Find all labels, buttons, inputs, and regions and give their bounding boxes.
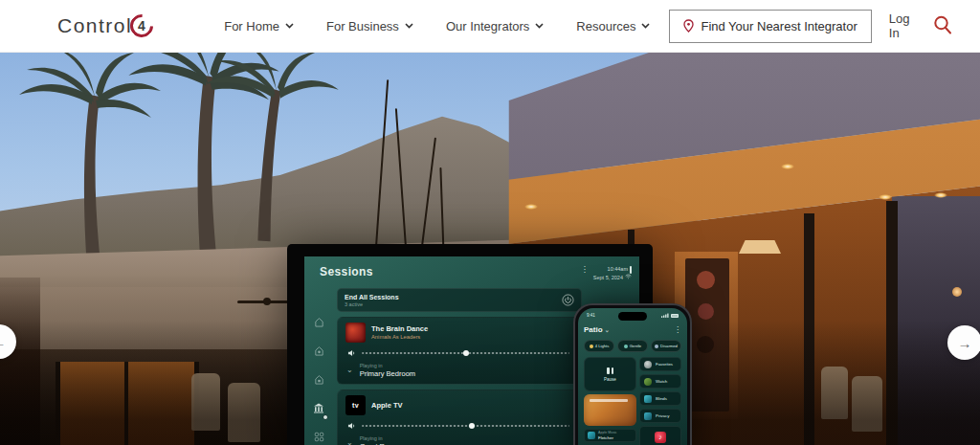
tv-menu-icon: ⋮ [581,266,589,274]
find-integrator-button[interactable]: Find Your Nearest Integrator [669,10,871,43]
arrow-left-icon: ← [0,334,7,350]
battery-icon [630,266,632,274]
quick-button-watch: Watch [639,374,681,389]
decor-orb [697,271,715,289]
volume-knob [469,423,475,429]
session-card-apple-tv: tv Apple TV ⌄ Playing in Great Room [337,389,582,445]
nav-item-our-integrators[interactable]: Our Integrators [446,19,544,33]
arrow-right-icon: → [958,335,972,351]
quick-button-blinds: Blinds [639,391,681,406]
shield-dot-icon [655,345,658,348]
apple-music-icon: ♪ [655,432,666,443]
recessed-light [879,194,892,200]
phone-menu-icon: ⋮ [674,326,681,334]
album-art-tile [584,394,636,426]
logo-four: 4 [138,18,145,33]
volume-knob [463,350,469,356]
album-art [345,323,366,343]
login-link[interactable]: Log In [889,11,915,40]
nav-item-for-business[interactable]: For Business [326,19,413,33]
pause-icon [607,367,613,374]
chevron-down-icon [641,23,650,29]
phone-room-title: Patio [584,325,603,334]
phone-mockup: 9:41 Patio ⌄ ⋮ 4 Lights Gentle Disarmed [573,303,692,445]
apple-tv-logo: tv [345,395,366,415]
chevron-down-icon: ⌄ [605,327,610,333]
pause-tile: Pause [584,357,636,391]
dynamic-island [618,312,647,321]
wifi-icon [625,274,632,279]
speaker-icon [347,422,356,430]
comfort-dot-icon [624,345,628,348]
phone-screen: 9:41 Patio ⌄ ⋮ 4 Lights Gentle Disarmed [578,308,687,445]
pendant-lamp [739,240,781,254]
logo-text: Control [57,14,132,37]
nav-label: For Home [224,19,279,33]
site-header: Control 4 For Home For Business Our Inte… [0,0,980,53]
location-pin-icon [683,19,694,33]
light-dot-icon [590,345,593,348]
chevron-down-icon [285,23,294,29]
chevron-down-icon [405,23,413,29]
rail-badge [323,414,328,420]
end-all-title: End All Sessions [345,293,399,301]
home-icon [314,314,324,331]
playing-in-label: Playing in [360,363,415,369]
control4-logo[interactable]: Control 4 [57,14,153,37]
search-icon [932,14,953,35]
nav-item-for-home[interactable]: For Home [224,19,294,33]
carousel-next-button[interactable]: → [947,325,980,360]
session-artist: Animals As Leaders [371,333,428,341]
room-name: Primary Bedroom [360,369,415,378]
nav-label: Resources [576,19,635,33]
end-sessions-icon [562,294,574,306]
media-row: Apple MusicFletcher [584,429,636,442]
quick-button-privacy: Privacy [639,409,681,423]
watch-icon [644,378,652,386]
quick-button-favorites: Favorites [639,357,681,371]
recessed-light [524,204,538,210]
recessed-light [781,164,794,169]
volume-slider [362,352,569,354]
main-nav: For Home For Business Our Integrators Re… [224,19,650,33]
speaker-icon [347,349,356,357]
chevron-down-icon: ⌄ [346,367,353,373]
tv-time: 10:44am [608,266,628,272]
search-button[interactable] [932,14,953,38]
nav-item-resources[interactable]: Resources [576,19,650,33]
lights-icon [314,343,324,360]
media-icon [313,400,324,417]
nav-label: Our Integrators [446,19,529,33]
apps-grid-icon [314,429,324,445]
favorites-icon [644,361,652,368]
session-title: The Brain Dance [371,324,428,333]
tv-date: Sept 5, 2024 [593,275,623,280]
playing-in-label: Playing in [360,435,399,442]
chip-lights: 4 Lights [584,340,614,352]
chip-comfort: Gentle [617,340,648,352]
end-all-sessions-card: End All Sessions 3 active [337,288,582,312]
apple-music-tile: ♪ Apple Music [639,426,681,445]
session-title: Apple TV [371,401,403,410]
phone-time: 9:41 [587,313,595,318]
session-card-brain-dance: The Brain Dance Animals As Leaders ⌄ [337,317,582,385]
end-all-subtitle: 3 active [345,301,399,307]
privacy-icon [644,412,652,420]
signal-icon [661,313,669,318]
album-thumb-icon [588,432,595,439]
battery-icon [671,314,679,318]
decor-orb [698,303,714,320]
chevron-down-icon [535,23,544,29]
nav-label: For Business [326,19,399,33]
chip-security: Disarmed [651,340,681,352]
recessed-light [934,192,947,198]
blinds-icon [644,395,652,403]
tv-app-title: Sessions [320,265,373,278]
security-icon [314,371,324,389]
chevron-down-icon: ⌄ [346,440,353,445]
tv-sidebar-rail [313,314,324,445]
lamp-glow [952,287,962,297]
volume-slider [362,425,569,427]
hero-banner: Sessions ⋮ 10:44am Sept 5, 2024 End All … [0,53,980,445]
cta-label: Find Your Nearest Integrator [701,19,857,33]
